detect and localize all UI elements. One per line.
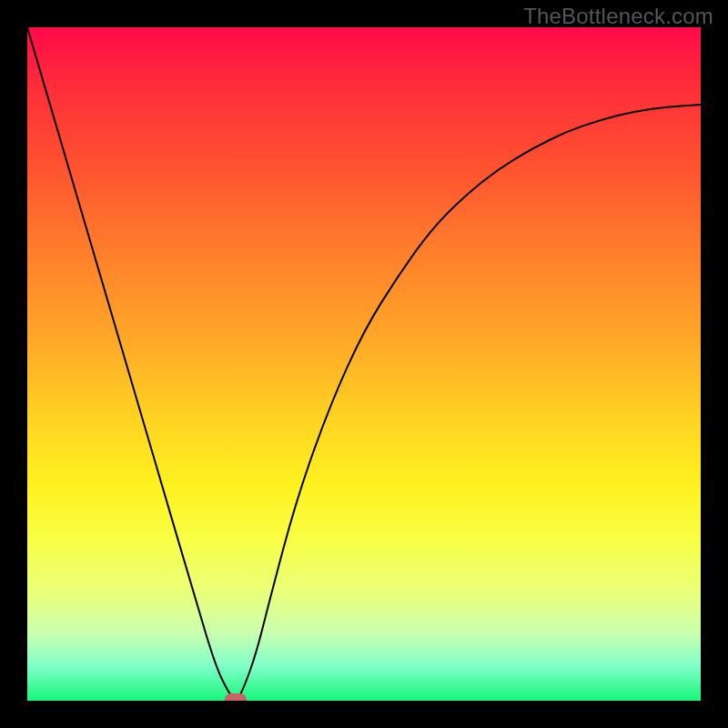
optimum-marker (225, 693, 247, 701)
chart-container: TheBottleneck.com (0, 0, 728, 728)
watermark-text: TheBottleneck.com (523, 4, 713, 29)
bottleneck-curve (27, 27, 701, 699)
curve-svg (27, 27, 701, 701)
plot-area (27, 27, 701, 701)
